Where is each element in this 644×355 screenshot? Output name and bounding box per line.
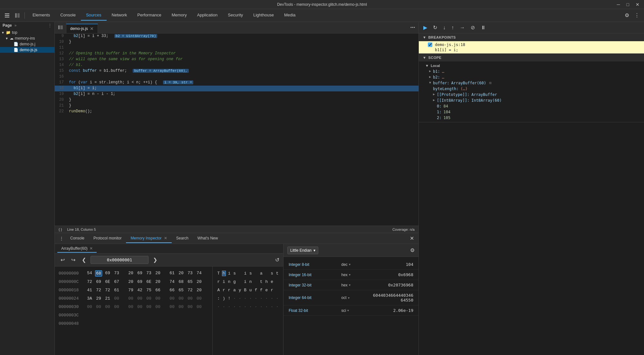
byte-0-2[interactable]: 69 [104, 270, 111, 276]
byte-3-8[interactable]: 00 [168, 296, 176, 301]
ascii-2-6[interactable]: u [248, 288, 253, 293]
sidebar-item-memory-ins[interactable]: ▼ ☁ memory-ins [0, 35, 54, 41]
step-btn[interactable]: → [458, 23, 467, 32]
tab-application[interactable]: Application [192, 10, 223, 21]
ascii-4-1[interactable]: · [222, 304, 226, 309]
memory-prev-btn[interactable]: ❮ [80, 256, 88, 264]
scope-b1[interactable]: ▶ b1: … [419, 69, 644, 74]
ascii-4-0[interactable]: · [216, 304, 221, 309]
byte-1-3[interactable]: 67 [113, 279, 120, 285]
close-bottom-panel-btn[interactable]: ✕ [408, 234, 416, 243]
format-int32[interactable]: hex ▾ [341, 283, 361, 287]
scope-bytelength[interactable]: byteLength: (…) [419, 86, 644, 92]
ascii-3-9[interactable]: · [264, 296, 269, 301]
ascii-2-10[interactable]: r [270, 288, 274, 293]
byte-3-6[interactable]: 00 [145, 296, 152, 301]
ascii-1-1[interactable]: i [222, 279, 226, 284]
byte-2-11[interactable]: 20 [196, 287, 203, 293]
scope-int8array[interactable]: ▶ [[Int8Array]]: Int8Array(60) [419, 98, 644, 103]
ascii-1-10[interactable]: e [270, 279, 274, 284]
code-editor[interactable]: 9 b2[i] = i + 33; b2 = Uint8Array(70) 10… [55, 33, 418, 226]
ascii-0-2[interactable]: i [227, 271, 231, 276]
ascii-3-7[interactable]: · [254, 296, 258, 301]
byte-0-9[interactable]: 20 [178, 270, 185, 276]
ascii-4-10[interactable]: · [270, 304, 274, 309]
step-over-btn[interactable]: ↻ [431, 23, 439, 32]
tab-elements[interactable]: Elements [27, 10, 55, 21]
step-out-btn[interactable]: ↑ [449, 23, 456, 32]
byte-4-8[interactable]: 00 [168, 304, 176, 310]
scope-b2[interactable]: ▶ b2: … [419, 74, 644, 80]
byte-3-11[interactable]: 00 [196, 296, 203, 301]
ascii-1-3[interactable]: g [233, 279, 237, 284]
ascii-0-8[interactable]: a [259, 271, 264, 276]
byte-4-5[interactable]: 00 [136, 304, 143, 310]
bottom-panel-menu-btn[interactable]: ⋮ [57, 235, 66, 242]
ascii-2-8[interactable]: f [259, 288, 264, 293]
tab-performance[interactable]: Performance [132, 10, 166, 21]
ascii-4-7[interactable]: · [254, 304, 258, 309]
byte-1-11[interactable]: 20 [196, 279, 203, 285]
scope-idx0[interactable]: 0: 84 [419, 103, 644, 109]
ascii-2-0[interactable]: A [216, 288, 221, 293]
arraybuffer-tab-close[interactable]: ✕ [90, 246, 93, 251]
format-int8[interactable]: dec ▾ [341, 262, 361, 267]
byte-4-4[interactable]: 00 [127, 304, 134, 310]
ascii-3-3[interactable]: · [233, 296, 237, 301]
sidebar-more-icon[interactable]: » [14, 23, 17, 28]
byte-1-4[interactable]: 20 [127, 279, 134, 285]
byte-3-0[interactable]: 3A [86, 296, 93, 301]
tab-network[interactable]: Network [107, 10, 132, 21]
tab-close-btn[interactable]: ✕ [90, 26, 94, 31]
tab-memory[interactable]: Memory [167, 10, 192, 21]
ascii-1-6[interactable]: n [248, 279, 253, 284]
byte-0-10[interactable]: 73 [187, 270, 194, 276]
ascii-3-0[interactable]: : [216, 296, 221, 301]
ascii-2-1[interactable]: r [222, 288, 226, 293]
byte-3-7[interactable]: 00 [154, 296, 161, 301]
ascii-4-11[interactable]: · [275, 304, 279, 309]
byte-3-10[interactable]: 00 [187, 296, 194, 301]
memory-forward-btn[interactable]: ↪ [69, 256, 77, 264]
editor-tab-demojs[interactable]: demo-js.js ✕ [66, 24, 98, 33]
ascii-1-2[interactable]: n [227, 279, 231, 284]
byte-1-7[interactable]: 20 [154, 279, 161, 285]
ascii-0-5[interactable]: i [243, 271, 247, 276]
sidebar-menu-icon[interactable]: ⋮ [48, 23, 52, 28]
byte-2-2[interactable]: 72 [104, 287, 111, 293]
ascii-4-2[interactable]: · [227, 304, 231, 309]
byte-3-4[interactable]: 00 [127, 296, 134, 301]
byte-3-1[interactable]: 29 [95, 296, 102, 301]
sidebar-item-top[interactable]: ▼ 📁 top [0, 30, 54, 35]
tab-sources[interactable]: Sources [81, 10, 107, 21]
ascii-4-9[interactable]: · [264, 304, 269, 309]
tab-console-bottom[interactable]: Console [66, 234, 89, 243]
ascii-2-4[interactable]: y [238, 288, 242, 293]
format-float32[interactable]: sci ▾ [341, 308, 361, 313]
byte-0-6[interactable]: 73 [145, 270, 152, 276]
byte-1-1[interactable]: 69 [95, 279, 102, 285]
pause-on-exceptions-btn[interactable]: ⏸ [479, 23, 488, 32]
byte-2-7[interactable]: 66 [154, 287, 161, 293]
memory-refresh-btn[interactable]: ↺ [275, 257, 279, 263]
tab-protocol-monitor[interactable]: Protocol monitor [89, 234, 126, 243]
ascii-4-5[interactable]: · [243, 304, 247, 309]
tab-lighthouse[interactable]: Lighthouse [248, 10, 279, 21]
settings-btn[interactable]: ⚙ [623, 11, 631, 20]
byte-1-0[interactable]: 72 [86, 279, 93, 285]
tab-console[interactable]: Console [55, 10, 81, 21]
byte-4-7[interactable]: 00 [154, 304, 161, 310]
byte-0-1[interactable]: 68 [95, 270, 102, 276]
ascii-0-11[interactable]: t [275, 271, 279, 276]
more-btn[interactable]: ⋮ [632, 11, 641, 20]
ascii-4-8[interactable]: · [259, 304, 264, 309]
ascii-0-6[interactable]: s [249, 271, 253, 276]
scope-idx2[interactable]: 2: 105 [419, 115, 644, 121]
format-int16[interactable]: hex ▾ [341, 273, 361, 277]
byte-3-3[interactable]: 00 [113, 296, 120, 301]
byte-0-5[interactable]: 69 [136, 270, 143, 276]
scope-buffer[interactable]: ▼ buffer: ArrayBuffer(60) ⊡ [419, 80, 644, 86]
ascii-2-3[interactable]: a [233, 288, 237, 293]
toggle-sidebar-icon[interactable] [55, 22, 66, 33]
ascii-4-4[interactable]: · [238, 304, 242, 309]
